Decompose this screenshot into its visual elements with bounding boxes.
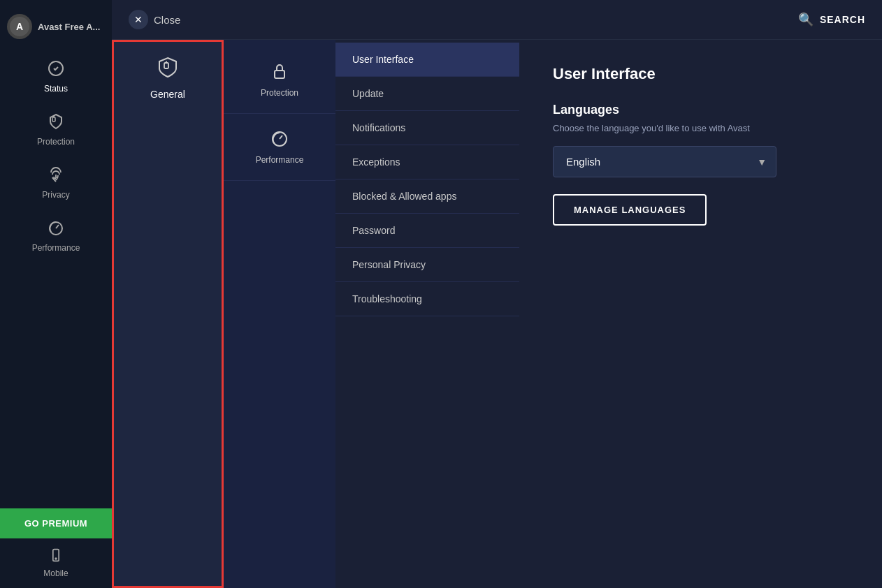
language-select[interactable]: English Español Français Deutsch Italian…	[553, 146, 776, 177]
svg-point-7	[55, 558, 57, 559]
section-performance[interactable]: Performance	[224, 114, 335, 181]
menu-item-notifications[interactable]: Notifications	[335, 111, 519, 145]
close-button[interactable]: ✕ Close	[129, 10, 180, 29]
main-content: ✕ Close 🔍 SEARCH General	[112, 0, 882, 588]
search-icon: 🔍	[798, 12, 814, 27]
sidebar-privacy-label: Privacy	[42, 190, 69, 200]
menu-item-troubleshooting[interactable]: Troubleshooting	[335, 282, 519, 316]
topbar: ✕ Close 🔍 SEARCH	[112, 0, 882, 40]
sidebar-performance-label: Performance	[32, 243, 80, 253]
performance-gauge-icon	[270, 129, 289, 149]
sidebar-protection-label: Protection	[37, 137, 75, 147]
menu-item-blocked-allowed[interactable]: Blocked & Allowed apps	[335, 179, 519, 214]
protection-shield-icon	[48, 113, 64, 133]
left-sidebar: A Avast Free A... Status Protection	[0, 0, 112, 588]
close-icon: ✕	[129, 10, 148, 29]
menu-personal-privacy-label: Personal Privacy	[352, 259, 426, 270]
menu-notifications-label: Notifications	[352, 122, 405, 133]
menu-item-personal-privacy[interactable]: Personal Privacy	[335, 248, 519, 282]
sidebar-item-privacy[interactable]: Privacy	[0, 156, 112, 210]
app-header: A Avast Free A...	[0, 7, 112, 50]
general-panel[interactable]: General	[112, 40, 224, 588]
menu-item-password[interactable]: Password	[335, 214, 519, 248]
svg-rect-3	[52, 117, 55, 122]
sidebar-status-label: Status	[44, 84, 68, 94]
menu-blocked-allowed-label: Blocked & Allowed apps	[352, 191, 456, 202]
svg-rect-8	[164, 63, 168, 68]
sidebar-item-status[interactable]: Status	[0, 50, 112, 103]
languages-description: Choose the language you'd like to use wi…	[553, 123, 848, 133]
go-premium-button[interactable]: GO PREMIUM	[0, 508, 112, 538]
menu-exceptions-label: Exceptions	[352, 156, 400, 168]
content-area: User Interface Languages Choose the lang…	[519, 40, 882, 588]
general-label: General	[150, 89, 185, 100]
general-shield-icon	[157, 56, 179, 83]
privacy-fingerprint-icon	[48, 166, 64, 186]
svg-text:A: A	[16, 21, 23, 32]
performance-label: Performance	[256, 155, 304, 165]
menu-item-user-interface[interactable]: User Interface	[335, 43, 519, 77]
performance-gauge-icon	[48, 219, 64, 239]
menu-update-label: Update	[352, 88, 384, 99]
menu-password-label: Password	[352, 225, 395, 236]
section-protection[interactable]: Protection	[224, 47, 335, 114]
sidebar-mobile-label: Mobile	[43, 568, 68, 578]
panel-layout: General Protection	[112, 40, 882, 588]
menu-troubleshooting-label: Troubleshooting	[352, 293, 422, 304]
languages-heading: Languages	[553, 103, 848, 117]
content-title: User Interface	[553, 65, 848, 83]
status-check-icon	[48, 60, 64, 80]
sections-panel: Protection Performance	[224, 40, 335, 588]
app-title: Avast Free A...	[38, 22, 100, 32]
protection-lock-icon	[270, 62, 289, 82]
menu-user-interface-label: User Interface	[352, 54, 414, 65]
menu-item-update[interactable]: Update	[335, 77, 519, 111]
avast-logo: A	[7, 14, 32, 39]
manage-languages-button[interactable]: MANAGE LANGUAGES	[553, 194, 707, 226]
search-button[interactable]: 🔍 SEARCH	[798, 12, 865, 27]
sidebar-item-mobile[interactable]: Mobile	[0, 538, 112, 588]
subnav-sections: Protection Performance User I	[224, 40, 519, 588]
language-select-wrapper: English Español Français Deutsch Italian…	[553, 146, 776, 177]
search-label: SEARCH	[820, 14, 865, 25]
mobile-icon	[49, 548, 63, 564]
sidebar-item-performance[interactable]: Performance	[0, 210, 112, 263]
menu-list: User Interface Update Notifications Exce…	[335, 40, 519, 588]
menu-item-exceptions[interactable]: Exceptions	[335, 145, 519, 179]
close-label: Close	[154, 14, 180, 26]
protection-label: Protection	[261, 88, 298, 98]
svg-rect-10	[275, 71, 284, 78]
sidebar-item-protection[interactable]: Protection	[0, 103, 112, 156]
